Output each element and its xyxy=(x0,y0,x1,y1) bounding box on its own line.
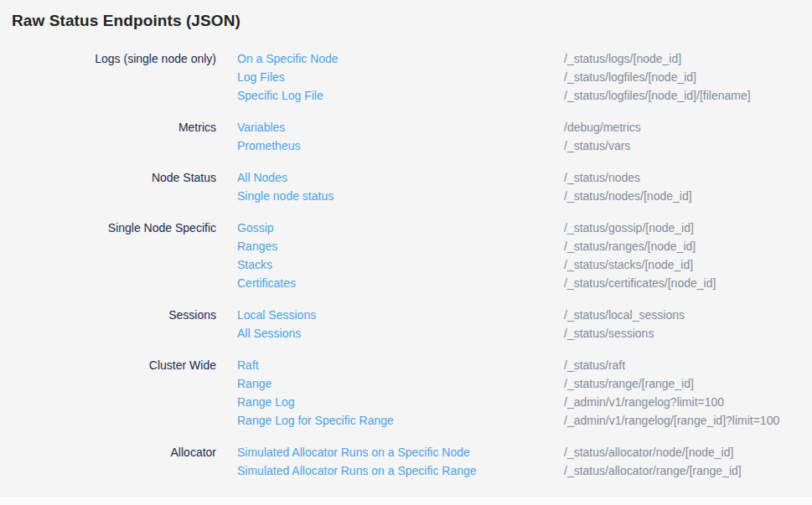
endpoint-path: /_status/nodes/[node_id] xyxy=(564,187,800,205)
endpoint-link[interactable]: On a Specific Node xyxy=(237,49,543,68)
endpoint-section-logs: Logs (single node only) On a Specific No… xyxy=(12,49,800,105)
endpoint-section-cluster-wide: Cluster Wide Raft Range Range Log Range … xyxy=(12,356,800,430)
paths-column: /debug/metrics /_status/vars xyxy=(564,118,800,155)
paths-column: /_status/raft /_status/range/[range_id] … xyxy=(564,356,800,430)
endpoint-link[interactable]: Simulated Allocator Runs on a Specific R… xyxy=(237,461,543,480)
paths-column: /_status/gossip/[node_id] /_status/range… xyxy=(564,219,800,292)
endpoint-link[interactable]: Range Log for Specific Range xyxy=(237,411,543,430)
section-category: Sessions xyxy=(12,306,216,343)
endpoint-section-node-status: Node Status All Nodes Single node status… xyxy=(12,168,800,205)
endpoint-path: /_status/logs/[node_id] xyxy=(564,49,800,68)
endpoint-link[interactable]: Local Sessions xyxy=(237,306,543,324)
paths-column: /_status/allocator/node/[node_id] /_stat… xyxy=(564,443,800,480)
endpoint-link[interactable]: Variables xyxy=(237,118,543,137)
endpoint-path: /_status/raft xyxy=(564,356,800,374)
section-category: Cluster Wide xyxy=(12,356,216,430)
endpoint-section-allocator: Allocator Simulated Allocator Runs on a … xyxy=(12,443,800,480)
links-column: Variables Prometheus xyxy=(237,118,543,155)
links-column: Simulated Allocator Runs on a Specific N… xyxy=(237,443,543,480)
links-column: Gossip Ranges Stacks Certificates xyxy=(237,219,543,292)
endpoint-path: /_status/stacks/[node_id] xyxy=(564,255,800,274)
endpoint-link[interactable]: Prometheus xyxy=(237,137,543,155)
endpoint-path: /_status/range/[range_id] xyxy=(564,374,800,393)
endpoint-path: /_status/local_sessions xyxy=(564,306,800,324)
endpoint-path: /_status/nodes xyxy=(564,168,800,187)
endpoint-link[interactable]: Simulated Allocator Runs on a Specific N… xyxy=(237,443,543,461)
endpoint-path: /_admin/v1/rangelog/[range_id]?limit=100 xyxy=(564,411,800,430)
endpoint-link[interactable]: Single node status xyxy=(237,187,543,205)
endpoint-section-sessions: Sessions Local Sessions All Sessions /_s… xyxy=(12,306,800,343)
section-category: Metrics xyxy=(12,118,216,155)
links-column: On a Specific Node Log Files Specific Lo… xyxy=(237,49,543,105)
bottom-strip xyxy=(0,496,812,505)
section-category: Allocator xyxy=(12,443,216,480)
endpoint-path: /_status/sessions xyxy=(564,324,800,343)
section-category: Node Status xyxy=(12,168,216,205)
paths-column: /_status/logs/[node_id] /_status/logfile… xyxy=(564,49,800,105)
section-category: Logs (single node only) xyxy=(12,49,216,105)
paths-column: /_status/nodes /_status/nodes/[node_id] xyxy=(564,168,800,205)
endpoint-section-single-node-specific: Single Node Specific Gossip Ranges Stack… xyxy=(12,219,800,292)
endpoint-link[interactable]: Gossip xyxy=(237,219,543,237)
endpoint-path: /_status/allocator/node/[node_id] xyxy=(564,443,800,461)
endpoint-path: /_admin/v1/rangelog?limit=100 xyxy=(564,393,800,411)
page-title: Raw Status Endpoints (JSON) xyxy=(12,13,800,29)
endpoint-link[interactable]: Certificates xyxy=(237,274,543,292)
endpoint-section-metrics: Metrics Variables Prometheus /debug/metr… xyxy=(12,118,800,155)
endpoint-link[interactable]: Ranges xyxy=(237,237,543,255)
endpoint-link[interactable]: Range xyxy=(237,374,543,393)
endpoint-link[interactable]: Specific Log File xyxy=(237,86,543,105)
endpoint-path: /_status/gossip/[node_id] xyxy=(564,219,800,237)
endpoint-link[interactable]: Range Log xyxy=(237,393,543,411)
endpoint-path: /debug/metrics xyxy=(564,118,800,137)
endpoint-link[interactable]: Log Files xyxy=(237,68,543,86)
endpoint-path: /_status/allocator/range/[range_id] xyxy=(564,461,800,480)
links-column: Local Sessions All Sessions xyxy=(237,306,543,343)
section-category: Single Node Specific xyxy=(12,219,216,292)
endpoint-link[interactable]: All Nodes xyxy=(237,168,543,187)
links-column: All Nodes Single node status xyxy=(237,168,543,205)
endpoint-path: /_status/vars xyxy=(564,137,800,155)
endpoint-path: /_status/ranges/[node_id] xyxy=(564,237,800,255)
endpoint-link[interactable]: All Sessions xyxy=(237,324,543,343)
endpoint-path: /_status/certificates/[node_id] xyxy=(564,274,800,292)
endpoint-path: /_status/logfiles/[node_id] xyxy=(564,68,800,86)
links-column: Raft Range Range Log Range Log for Speci… xyxy=(237,356,543,430)
endpoint-path: /_status/logfiles/[node_id]/[filename] xyxy=(564,86,800,105)
endpoint-link[interactable]: Raft xyxy=(237,356,543,374)
raw-status-endpoints-page: Raw Status Endpoints (JSON) Logs (single… xyxy=(0,0,812,480)
endpoint-link[interactable]: Stacks xyxy=(237,255,543,274)
paths-column: /_status/local_sessions /_status/session… xyxy=(564,306,800,343)
